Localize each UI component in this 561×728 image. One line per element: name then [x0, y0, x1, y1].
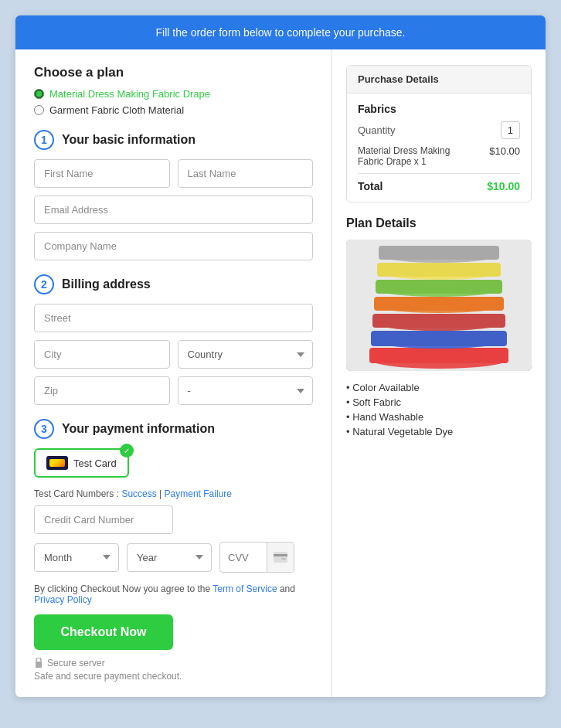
- total-divider: [358, 173, 520, 174]
- city-input[interactable]: [34, 340, 170, 369]
- country-select[interactable]: Country: [178, 340, 314, 369]
- svg-rect-8: [371, 331, 507, 346]
- svg-rect-2: [281, 558, 286, 560]
- quantity-row: Quantity 1: [358, 121, 520, 139]
- plan-option-1-label: Material Dress Making Fabric Drape: [49, 88, 210, 100]
- cc-row: [34, 505, 313, 534]
- secure-note: Secure server: [34, 658, 313, 668]
- main-content: Choose a plan Material Dress Making Fabr…: [15, 49, 546, 697]
- top-banner: Fill the order form below to complete yo…: [15, 15, 546, 49]
- banner-text: Fill the order form below to complete yo…: [156, 26, 406, 39]
- name-row: [34, 159, 313, 188]
- payment-number: 3: [34, 419, 54, 439]
- privacy-link[interactable]: Privacy Policy: [34, 594, 92, 605]
- plan-option-1[interactable]: Material Dress Making Fabric Drape: [34, 88, 313, 100]
- plan-features-list: Color Available Soft Fabric Hand Washabl…: [346, 382, 532, 437]
- choose-plan-section: Choose a plan Material Dress Making Fabr…: [34, 65, 313, 116]
- checkout-button[interactable]: Checkout Now: [34, 614, 173, 650]
- zip-input[interactable]: [34, 376, 170, 405]
- fabrics-label: Fabrics: [358, 103, 520, 115]
- plan-radio-1[interactable]: [34, 89, 44, 99]
- svg-rect-16: [377, 263, 501, 277]
- expiry-row: Month Year: [34, 542, 313, 573]
- terms-prefix: By clicking Checkout Now you agree to th…: [34, 583, 212, 594]
- city-country-row: Country: [34, 340, 313, 369]
- cvv-card-icon: [267, 543, 294, 572]
- total-price: $10.00: [487, 180, 520, 192]
- basic-info-header: 1 Your basic information: [34, 130, 313, 150]
- svg-rect-14: [376, 280, 502, 294]
- company-row: [34, 232, 313, 260]
- state-select[interactable]: -: [178, 376, 314, 405]
- card-label: Test Card: [73, 458, 117, 469]
- basic-info-title: Your basic information: [62, 133, 196, 147]
- cvv-input[interactable]: [220, 545, 267, 570]
- test-card-success-link[interactable]: Success: [121, 488, 156, 499]
- cc-number-input[interactable]: [34, 505, 173, 534]
- plan-option-2-label: Garment Fabric Cloth Material: [49, 104, 184, 116]
- right-column: Purchase Details Fabrics Quantity 1 Mate…: [332, 49, 546, 697]
- item-name: Material Dress Making Fabric Drape x 1: [358, 145, 474, 167]
- quantity-value: 1: [501, 121, 520, 139]
- payment-header: 3 Your payment information: [34, 419, 313, 439]
- company-input[interactable]: [34, 232, 313, 260]
- test-card-note: Test Card Numbers : Success | Payment Fa…: [34, 488, 313, 499]
- test-card-failure-link[interactable]: Payment Failure: [165, 488, 232, 499]
- billing-title: Billing address: [62, 277, 151, 291]
- left-column: Choose a plan Material Dress Making Fabr…: [15, 49, 332, 697]
- terms-middle: and: [280, 583, 295, 594]
- total-row: Total $10.00: [358, 180, 520, 192]
- zip-state-row: -: [34, 376, 313, 405]
- cvv-wrapper: [219, 542, 294, 573]
- svg-rect-18: [379, 246, 499, 260]
- payment-title: Your payment information: [62, 422, 215, 436]
- safe-label: Safe and secure payment checkout.: [34, 671, 313, 682]
- lock-icon: [34, 658, 43, 668]
- billing-number: 2: [34, 274, 54, 294]
- svg-rect-0: [274, 552, 287, 563]
- terms-text: By clicking Checkout Now you agree to th…: [34, 583, 313, 605]
- svg-rect-1: [274, 554, 287, 556]
- purchase-details-body: Fabrics Quantity 1 Material Dress Making…: [347, 94, 531, 202]
- street-row: [34, 304, 313, 332]
- fabric-image: [346, 240, 532, 371]
- card-option-test[interactable]: Test Card ✓: [34, 448, 129, 478]
- street-input[interactable]: [34, 304, 313, 332]
- card-icon: [46, 456, 68, 470]
- choose-plan-title: Choose a plan: [34, 65, 313, 80]
- billing-header: 2 Billing address: [34, 274, 313, 294]
- card-selected-checkmark: ✓: [120, 444, 134, 458]
- card-selector: Test Card ✓: [34, 448, 313, 478]
- feature-1: Color Available: [346, 382, 532, 393]
- total-label: Total: [358, 180, 382, 192]
- email-row: [34, 196, 313, 224]
- page-wrapper: Fill the order form below to complete yo…: [15, 15, 546, 697]
- plan-details-title: Plan Details: [346, 216, 532, 230]
- plan-radio-2[interactable]: [34, 105, 44, 115]
- basic-info-number: 1: [34, 130, 54, 150]
- test-card-prefix: Test Card Numbers :: [34, 488, 121, 499]
- feature-4: Natural Vegetable Dye: [346, 426, 532, 437]
- item-price: $10.00: [489, 145, 520, 157]
- feature-3: Hand Washable: [346, 411, 532, 423]
- year-select[interactable]: Year: [127, 543, 212, 572]
- quantity-label: Quantity: [358, 124, 395, 136]
- email-input[interactable]: [34, 196, 313, 224]
- secure-label: Secure server: [47, 658, 105, 668]
- svg-rect-3: [36, 662, 42, 668]
- plan-option-2[interactable]: Garment Fabric Cloth Material: [34, 104, 313, 116]
- purchase-details-header: Purchase Details: [347, 66, 531, 94]
- terms-link[interactable]: Term of Service: [212, 583, 277, 594]
- svg-rect-6: [369, 348, 508, 363]
- item-row: Material Dress Making Fabric Drape x 1 $…: [358, 145, 520, 167]
- month-select[interactable]: Month: [34, 543, 119, 572]
- feature-2: Soft Fabric: [346, 396, 532, 408]
- svg-rect-10: [372, 314, 505, 328]
- svg-rect-12: [374, 297, 504, 311]
- purchase-details-box: Purchase Details Fabrics Quantity 1 Mate…: [346, 65, 532, 202]
- last-name-input[interactable]: [178, 159, 314, 188]
- first-name-input[interactable]: [34, 159, 170, 188]
